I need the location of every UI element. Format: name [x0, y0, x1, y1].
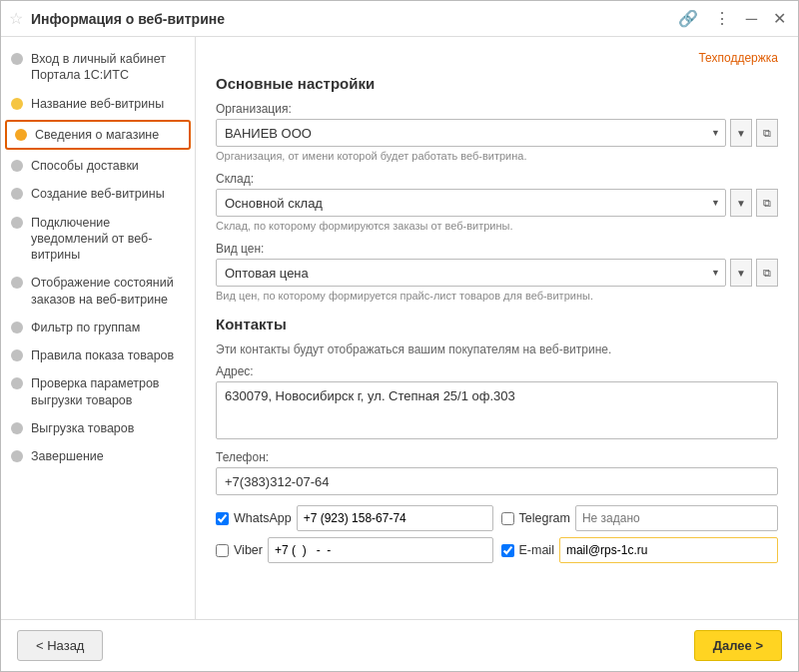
dot-icon — [11, 322, 23, 334]
basic-settings-title: Основные настройки — [216, 75, 778, 92]
dot-icon — [11, 377, 23, 389]
sidebar: Вход в личный кабинет Портала 1С:ИТС Наз… — [1, 37, 196, 619]
viber-label: Viber — [234, 543, 263, 557]
star-icon[interactable]: ☆ — [9, 9, 23, 28]
next-button[interactable]: Далее > — [694, 630, 782, 661]
sidebar-item-label: Способы доставки — [31, 158, 139, 174]
more-icon[interactable]: ⋮ — [710, 7, 734, 30]
viber-col: Viber — [216, 537, 493, 563]
warehouse-select-wrap: Основной склад — [216, 189, 726, 217]
warehouse-desc: Склад, по которому формируются заказы от… — [216, 220, 778, 232]
org-label: Организация: — [216, 102, 778, 116]
dot-icon — [11, 188, 23, 200]
dot-icon — [11, 277, 23, 289]
link-icon[interactable]: 🔗 — [674, 7, 702, 30]
sidebar-item-filter-groups[interactable]: Фильтр по группам — [1, 314, 195, 341]
dot-icon — [11, 160, 23, 172]
sidebar-item-label: Отображение состояний заказов на веб-вит… — [31, 275, 183, 308]
telegram-checkbox[interactable] — [501, 512, 514, 525]
telegram-col: Telegram — [501, 505, 779, 531]
warehouse-copy-btn[interactable]: ⧉ — [756, 189, 778, 217]
sidebar-item-label: Выгрузка товаров — [31, 420, 134, 436]
price-select-wrap: Оптовая цена — [216, 259, 726, 287]
price-select[interactable]: Оптовая цена — [216, 259, 726, 287]
sidebar-item-label: Вход в личный кабинет Портала 1С:ИТС — [31, 51, 183, 84]
sidebar-item-label: Завершение — [31, 448, 104, 464]
warehouse-label: Склад: — [216, 172, 778, 186]
sidebar-item-notifications[interactable]: Подключение уведомлений от веб-витрины — [1, 209, 195, 270]
back-button[interactable]: < Назад — [17, 630, 103, 661]
price-copy-btn[interactable]: ⧉ — [756, 259, 778, 287]
minimize-icon[interactable]: ─ — [742, 8, 761, 30]
close-icon[interactable]: ✕ — [769, 7, 790, 30]
main-window: ☆ Информация о веб-витрине 🔗 ⋮ ─ ✕ Вход … — [0, 0, 799, 672]
address-label: Адрес: — [216, 364, 778, 378]
email-input[interactable] — [559, 537, 778, 563]
sidebar-item-label: Правила показа товаров — [31, 347, 174, 363]
whatsapp-input[interactable] — [297, 505, 493, 531]
sidebar-item-storefront-name[interactable]: Название веб-витрины — [1, 90, 195, 118]
contacts-section: Контакты Эти контакты будут отображаться… — [216, 316, 778, 563]
dot-icon — [11, 349, 23, 361]
sidebar-item-store-info[interactable]: Сведения о магазине — [5, 120, 191, 150]
whatsapp-checkbox[interactable] — [216, 512, 229, 525]
dot-icon — [11, 53, 23, 65]
sidebar-item-show-rules[interactable]: Правила показа товаров — [1, 341, 195, 369]
whatsapp-telegram-row: WhatsApp Telegram — [216, 505, 778, 531]
price-label: Вид цен: — [216, 242, 778, 256]
telegram-label: Telegram — [519, 511, 570, 525]
dot-icon — [15, 129, 27, 141]
phone-input[interactable] — [216, 467, 778, 495]
dot-icon — [11, 450, 23, 462]
content-area: Техподдержка Основные настройки Организа… — [196, 37, 798, 619]
org-desc: Организация, от имени которой будет рабо… — [216, 150, 778, 162]
org-dropdown-row: ВАНИЕВ ООО ▼ ⧉ — [216, 119, 778, 147]
org-select-wrap: ВАНИЕВ ООО — [216, 119, 726, 147]
viber-input[interactable] — [268, 537, 493, 563]
sidebar-item-delivery[interactable]: Способы доставки — [1, 152, 195, 180]
viber-email-row: Viber E-mail — [216, 537, 778, 563]
contacts-desc: Эти контакты будут отображаться вашим по… — [216, 342, 778, 356]
titlebar-icons: 🔗 ⋮ ─ ✕ — [674, 7, 790, 30]
viber-checkbox[interactable] — [216, 544, 229, 557]
org-copy-btn[interactable]: ⧉ — [756, 119, 778, 147]
window-title: Информация о веб-витрине — [31, 11, 674, 27]
footer: < Назад Далее > — [1, 619, 798, 671]
telegram-input[interactable] — [575, 505, 778, 531]
sidebar-item-finish[interactable]: Завершение — [1, 442, 195, 470]
sidebar-item-label: Название веб-витрины — [31, 96, 164, 112]
org-select[interactable]: ВАНИЕВ ООО — [216, 119, 726, 147]
email-label: E-mail — [519, 543, 554, 557]
price-desc: Вид цен, по которому формируется прайс-л… — [216, 290, 778, 302]
basic-settings-section: Основные настройки Организация: ВАНИЕВ О… — [216, 75, 778, 302]
sidebar-item-label: Подключение уведомлений от веб-витрины — [31, 215, 183, 264]
email-checkbox[interactable] — [501, 544, 514, 557]
sidebar-item-label: Фильтр по группам — [31, 320, 140, 336]
sidebar-item-label: Создание веб-витрины — [31, 186, 165, 202]
sidebar-item-order-states[interactable]: Отображение состояний заказов на веб-вит… — [1, 269, 195, 314]
dot-icon — [11, 422, 23, 434]
sidebar-item-personal-account[interactable]: Вход в личный кабинет Портала 1С:ИТС — [1, 45, 195, 90]
sidebar-item-label: Сведения о магазине — [35, 127, 159, 143]
phone-label: Телефон: — [216, 450, 778, 464]
contacts-title: Контакты — [216, 316, 778, 333]
sidebar-item-check-params[interactable]: Проверка параметров выгрузки товаров — [1, 369, 195, 414]
sidebar-item-label: Проверка параметров выгрузки товаров — [31, 375, 183, 408]
org-dropdown-btn[interactable]: ▼ — [730, 119, 752, 147]
main-area: Вход в личный кабинет Портала 1С:ИТС Наз… — [1, 37, 798, 619]
warehouse-dropdown-row: Основной склад ▼ ⧉ — [216, 189, 778, 217]
sidebar-item-create-storefront[interactable]: Создание веб-витрины — [1, 180, 195, 208]
dot-icon — [11, 98, 23, 110]
techsupport-link[interactable]: Техподдержка — [216, 51, 778, 65]
dot-icon — [11, 217, 23, 229]
whatsapp-label: WhatsApp — [234, 511, 292, 525]
address-textarea[interactable] — [216, 381, 778, 439]
titlebar: ☆ Информация о веб-витрине 🔗 ⋮ ─ ✕ — [1, 1, 798, 37]
whatsapp-col: WhatsApp — [216, 505, 493, 531]
price-dropdown-btn[interactable]: ▼ — [730, 259, 752, 287]
email-col: E-mail — [501, 537, 779, 563]
price-dropdown-row: Оптовая цена ▼ ⧉ — [216, 259, 778, 287]
warehouse-dropdown-btn[interactable]: ▼ — [730, 189, 752, 217]
warehouse-select[interactable]: Основной склад — [216, 189, 726, 217]
sidebar-item-export[interactable]: Выгрузка товаров — [1, 414, 195, 442]
